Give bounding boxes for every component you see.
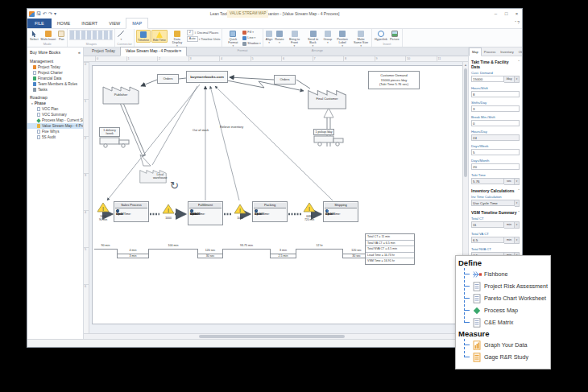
- site-box[interactable]: buymorebooks.com: [186, 71, 228, 83]
- process-shipping[interactable]: Shipping 1 Cycle Time:2 min VA CT:0.5 mi…: [323, 201, 358, 222]
- delivery-truck[interactable]: 1 delivery /week: [99, 127, 133, 151]
- tool-item-fishbone[interactable]: Fishbone: [465, 268, 548, 280]
- tool-item-pareto[interactable]: Pareto Chart Worksheet: [465, 292, 548, 304]
- data-display-button[interactable]: Data Display▾: [168, 30, 186, 48]
- line-button[interactable]: Line▾: [242, 35, 261, 40]
- tab-inventory[interactable]: Inventory: [498, 48, 516, 56]
- days-month-input[interactable]: 20: [471, 163, 520, 170]
- worksheet-icon: [472, 318, 482, 328]
- unit-dropdown-icon[interactable]: ▾: [515, 237, 520, 244]
- nav-item-voc-summary[interactable]: VOC Summary: [27, 112, 83, 118]
- final-customer-factory[interactable]: Final Customer: [307, 82, 347, 113]
- vsm-timeline[interactable]: 90 min 4 min3 min 100 min 120 sec30 sec …: [94, 241, 372, 258]
- collapse-icon[interactable]: ˆ: [518, 210, 520, 215]
- hyperlink-button[interactable]: Hyperlink: [374, 30, 388, 41]
- tab-map[interactable]: Map: [469, 47, 482, 56]
- timeline-units-control[interactable]: Auto▾Timeline Units: [187, 36, 221, 42]
- days-week-input[interactable]: 5: [471, 149, 520, 155]
- unit-dropdown-icon[interactable]: ▾: [515, 221, 520, 229]
- unit-dropdown-icon[interactable]: ▾: [515, 200, 520, 207]
- close-button[interactable]: ×: [511, 10, 522, 19]
- send-to-back-icon: [310, 31, 317, 37]
- fill-button[interactable]: Fill▾: [242, 30, 261, 35]
- break-min-input[interactable]: 0: [471, 120, 520, 126]
- make-same-size-button[interactable]: Make Same Size▾: [352, 30, 370, 48]
- nav-item-tasks[interactable]: Tasks: [27, 87, 83, 93]
- unit-dropdown-icon[interactable]: ▾: [515, 178, 520, 185]
- quick-format-button[interactable]: Quick Format▾: [224, 30, 242, 48]
- tool-item-gage-rr[interactable]: Gage R&R Study: [465, 351, 548, 363]
- tool-item-process-map[interactable]: Process Map: [465, 304, 548, 316]
- horizontal-scrollbar[interactable]: [84, 333, 468, 339]
- pickup-truck[interactable]: 1 pickup /day: [313, 129, 347, 150]
- group-button[interactable]: Group▾: [323, 30, 333, 44]
- cycle-arrow-icon[interactable]: ↻: [170, 180, 179, 191]
- multi-insert-button[interactable]: Multi-Insert: [40, 30, 57, 41]
- process-fulfillment[interactable]: Fulfillment 20 Cycle Time:2 min VA CT:0.…: [188, 201, 223, 225]
- nav-item-team-members[interactable]: Team Members & Roles: [27, 81, 83, 87]
- nav-item-five-whys[interactable]: Five Whys: [27, 129, 83, 134]
- orders-box-left[interactable]: Orders: [157, 74, 179, 84]
- panel-collapse-icon[interactable]: «: [78, 50, 81, 55]
- process-packing[interactable]: Packing 32 Cycle Time:3 min VA CT:2.5 mi…: [252, 201, 288, 222]
- collapse-icon[interactable]: ˆ: [518, 188, 520, 193]
- align-icon: [266, 31, 272, 37]
- nav-item-value-stream-map[interactable]: Value Stream Map - 4 Process: [27, 123, 83, 129]
- minimize-button[interactable]: –: [491, 10, 501, 19]
- tab-file[interactable]: FILE: [27, 19, 52, 28]
- rotate-button[interactable]: Rotate▾: [274, 30, 284, 44]
- nav-item-project-charter[interactable]: Project Charter: [27, 70, 83, 76]
- restore-button[interactable]: □: [501, 10, 511, 19]
- pan-button[interactable]: Pan: [57, 30, 65, 41]
- inv-time-calc-select[interactable]: Use Cycle Time: [471, 200, 515, 206]
- roadmap-phase[interactable]: ▾Phase: [27, 101, 83, 106]
- bring-to-front-button[interactable]: Bring to Front▾: [286, 30, 304, 48]
- tab-home[interactable]: HOME: [52, 19, 77, 28]
- shadow-button[interactable]: Shadow▾: [242, 41, 261, 46]
- canvas-viewport[interactable]: Publisher Final Customer Local warehouse: [89, 62, 462, 333]
- publisher-factory[interactable]: Publisher: [102, 79, 139, 108]
- tab-view[interactable]: VIEW: [103, 19, 126, 28]
- timeline-summary-table[interactable]: Total CT = 11 min Total VA CT = 6.5 min …: [365, 233, 415, 265]
- customer-demand-note[interactable]: Customer Demand 15000 pieces /day (Takt …: [368, 71, 420, 89]
- send-to-back-button[interactable]: Send to Back▾: [304, 30, 322, 48]
- tool-item-project-risk[interactable]: Project Risk Assessment: [465, 280, 548, 292]
- horizontal-ruler: 01234567891011: [84, 56, 468, 62]
- nav-item-voc-plan[interactable]: VOC Plan: [27, 106, 83, 112]
- decimal-places-control[interactable]: 2⇕Decimal Places: [187, 30, 221, 35]
- picture-button[interactable]: Picture: [389, 30, 400, 41]
- process-sales[interactable]: Sales Process 42 Cycle Time:4 min VA CT:…: [114, 201, 149, 222]
- ribbon-collapse-help[interactable]: ˆ ?: [515, 20, 520, 25]
- collapse-icon[interactable]: ˆ: [518, 60, 520, 69]
- nav-item-financial-data[interactable]: Financial Data: [27, 76, 83, 81]
- inventory-triangle[interactable]: I 100090 min: [96, 201, 110, 222]
- nav-item-5s-audit[interactable]: 5S Audit: [27, 134, 83, 140]
- edit-time-button[interactable]: Edit Time: [151, 30, 168, 43]
- tab-map[interactable]: MAP: [126, 18, 148, 29]
- hours-shift-input[interactable]: 8: [471, 91, 520, 97]
- position-label-button[interactable]: Position Label▾: [333, 30, 351, 48]
- tool-item-graph-data[interactable]: Graph Your Data: [465, 339, 548, 351]
- tab-other[interactable]: Other: [516, 48, 522, 56]
- tool-item-ce-matrix[interactable]: C&E Matrix: [465, 316, 548, 328]
- connector-button[interactable]: ▾: [117, 30, 125, 41]
- nav-item-project-today[interactable]: Project Today: [27, 64, 83, 70]
- nav-item-process-map-current[interactable]: Process Map - Current State: [27, 118, 83, 123]
- align-button[interactable]: Align▾: [265, 30, 273, 44]
- tab-insert[interactable]: INSERT: [76, 19, 103, 28]
- tree-branch-icon: [465, 286, 470, 287]
- shifts-day-input[interactable]: 3: [471, 105, 520, 112]
- unit-dropdown-icon[interactable]: ▾: [515, 76, 520, 83]
- select-button[interactable]: Select: [29, 30, 39, 41]
- vsm-page[interactable]: Publisher Final Customer Local warehouse: [92, 65, 462, 324]
- inventory-triangle[interactable]: I 6480720 min: [302, 201, 317, 222]
- inventory-triangle[interactable]: I 1000: [161, 203, 176, 221]
- warehouse-factory[interactable]: Local warehouse: [139, 164, 167, 187]
- inventory-triangle[interactable]: I 1000: [233, 203, 247, 221]
- tab-process[interactable]: Process: [482, 48, 498, 56]
- orders-box-right[interactable]: Orders: [274, 75, 296, 85]
- doc-tab-project-today[interactable]: Project Today: [87, 47, 120, 56]
- shape-gallery[interactable]: [69, 30, 113, 40]
- cust-demand-input[interactable]: 15000: [471, 76, 504, 82]
- timeline-button[interactable]: Timeline: [136, 30, 151, 43]
